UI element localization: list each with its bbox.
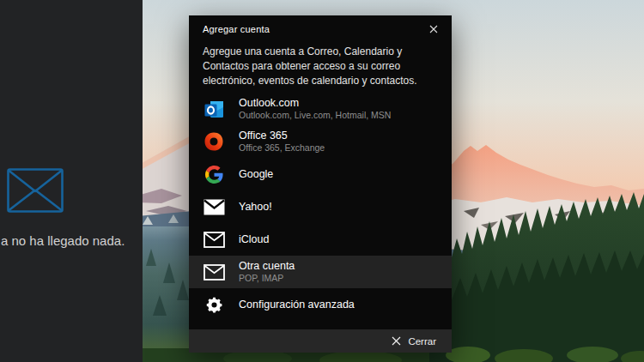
- cerrar-label: Cerrar: [408, 336, 436, 347]
- account-label: Google: [239, 168, 273, 181]
- add-account-dialog: Agregar cuenta Agregue una cuenta a Corr…: [189, 15, 452, 353]
- gear-icon: [203, 293, 225, 316]
- cerrar-button[interactable]: Cerrar: [386, 335, 441, 348]
- account-option[interactable]: Otra cuenta POP, IMAP: [189, 256, 452, 288]
- account-option[interactable]: Outlook.com Outlook.com, Live.com, Hotma…: [189, 93, 452, 125]
- google-icon: [203, 163, 225, 185]
- dialog-titlebar: Agregar cuenta: [189, 15, 452, 38]
- account-label: Yahoo!: [239, 201, 272, 214]
- dialog-title: Agregar cuenta: [203, 24, 270, 34]
- account-label: Otra cuenta: [239, 260, 295, 273]
- account-option[interactable]: iCloud: [189, 223, 452, 256]
- account-option[interactable]: Office 365 Office 365, Exchange: [189, 125, 452, 158]
- account-label: Configuración avanzada: [239, 299, 355, 311]
- outlook-icon: [203, 98, 225, 120]
- envelope-filled-icon: [203, 196, 225, 218]
- dialog-footer: Cerrar: [189, 329, 452, 353]
- envelope-outline-icon: [203, 228, 225, 250]
- account-sublabel: POP, IMAP: [239, 273, 295, 284]
- account-sublabel: Outlook.com, Live.com, Hotmail, MSN: [239, 110, 391, 121]
- dialog-description: Agregue una cuenta a Correo, Calendario …: [203, 45, 438, 88]
- account-option[interactable]: Configuración avanzada: [189, 288, 452, 321]
- account-label: Office 365: [239, 130, 325, 142]
- dialog-close-icon[interactable]: [422, 22, 445, 36]
- close-x-icon: [392, 336, 401, 346]
- account-label: iCloud: [239, 233, 269, 246]
- mail-app-panel: a no ha llegado nada.: [0, 0, 143, 362]
- office-icon: [203, 130, 225, 153]
- account-sublabel: Office 365, Exchange: [239, 142, 325, 154]
- account-option[interactable]: Yahoo!: [189, 190, 452, 223]
- account-list: Outlook.com Outlook.com, Live.com, Hotma…: [189, 93, 452, 321]
- empty-state-text: a no ha llegado nada.: [1, 233, 125, 248]
- desktop: a no ha llegado nada. Agregar cuenta Agr…: [0, 0, 644, 362]
- account-label: Outlook.com: [239, 97, 391, 110]
- empty-mailbox-envelope-icon: [7, 168, 64, 213]
- envelope-outline-icon: [203, 261, 225, 283]
- account-option[interactable]: Google: [189, 158, 452, 190]
